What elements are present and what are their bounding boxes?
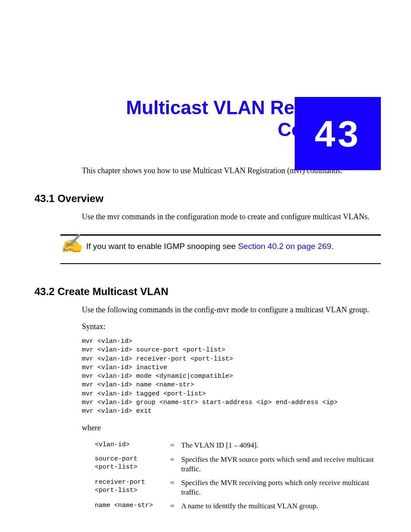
chapter-number: 43: [314, 112, 361, 155]
equals: =: [167, 476, 181, 499]
section-heading-overview: 43.1 Overview: [34, 193, 381, 205]
where-label: where: [82, 423, 381, 432]
note-link[interactable]: Section 40.2 on page 269: [238, 242, 331, 251]
param-desc: The VLAN ID [1 – 4094].: [181, 439, 381, 452]
table-row: receiver-port <port-list> = Specifies th…: [95, 476, 381, 499]
table-row: name <name-str> = A name to identify the…: [95, 499, 381, 513]
param-desc: Specifies the MVR source ports which sen…: [181, 453, 381, 476]
syntax-block: mvr <vlan-id> mvr <vlan-id> source-port …: [82, 337, 381, 416]
equals: =: [167, 453, 181, 476]
parameter-table: <vlan-id> = The VLAN ID [1 – 4094]. sour…: [95, 439, 381, 513]
param-name: <vlan-id>: [95, 439, 167, 452]
chapter-number-box: 43: [295, 97, 381, 170]
note-icon: ✍: [60, 235, 83, 253]
note-block: ✍ If you want to enable IGMP snooping se…: [60, 234, 381, 264]
overview-body: Use the mvr commands in the configuratio…: [82, 212, 381, 221]
param-name: receiver-port <port-list>: [95, 476, 167, 499]
note-text-before: If you want to enable IGMP snooping see: [86, 242, 238, 251]
param-desc: Specifies the MVR receiving ports which …: [181, 476, 381, 499]
table-row: source-port <port-list> = Specifies the …: [95, 453, 381, 476]
equals: =: [167, 499, 181, 513]
equals: =: [167, 439, 181, 452]
syntax-label: Syntax:: [82, 322, 381, 331]
note-rule-bottom: [60, 263, 381, 264]
note-text-after: .: [331, 242, 333, 251]
note-text: If you want to enable IGMP snooping see …: [86, 240, 333, 251]
create-body: Use the following commands in the config…: [82, 305, 381, 314]
note-rule-top: [60, 234, 381, 236]
param-name: source-port <port-list>: [95, 453, 167, 476]
param-name: name <name-str>: [95, 499, 167, 513]
section-heading-create: 43.2 Create Multicast VLAN: [34, 286, 381, 298]
param-desc: A name to identify the multicast VLAN gr…: [181, 499, 381, 513]
table-row: <vlan-id> = The VLAN ID [1 – 4094].: [95, 439, 381, 452]
